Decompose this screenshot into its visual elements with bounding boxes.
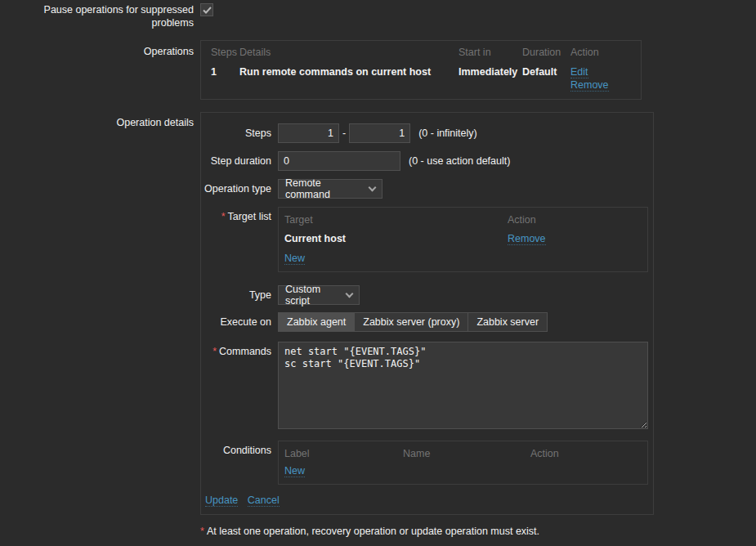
operation-type-label: Operation type — [201, 179, 278, 195]
operation-actions: Edit Remove — [570, 65, 631, 92]
col-details: Details — [239, 46, 459, 59]
operation-details-panel: Steps - (0 - infinitely) Step duration (… — [200, 112, 654, 515]
col-steps: Steps — [211, 46, 239, 59]
col-action: Action — [570, 46, 631, 59]
execute-on-row: Execute on Zabbix agent Zabbix server (p… — [201, 312, 653, 332]
type-row: Type Custom script — [201, 285, 653, 305]
required-asterisk: * — [212, 346, 217, 357]
target-list-header: Target Action — [279, 213, 647, 226]
panel-footer-links: Update Cancel — [205, 495, 653, 506]
col-target-action: Action — [508, 213, 642, 226]
execute-on-zabbix-server-proxy[interactable]: Zabbix server (proxy) — [355, 313, 468, 331]
operation-details-text: Run remote commands on current host — [239, 65, 459, 92]
col-name: Name — [403, 447, 530, 460]
col-target: Target — [284, 213, 508, 226]
execute-on-zabbix-agent[interactable]: Zabbix agent — [279, 313, 355, 331]
commands-label: *Commands — [201, 342, 278, 358]
operation-duration: Default — [522, 65, 570, 92]
conditions-header: Label Name Action — [279, 447, 647, 460]
col-label: Label — [284, 447, 403, 460]
conditions-row: Conditions Label Name Action New — [201, 441, 653, 485]
cancel-operation-link[interactable]: Cancel — [248, 495, 280, 507]
steps-to-input[interactable] — [349, 123, 410, 143]
operation-details-label: Operation details — [8, 112, 200, 129]
operation-type-select[interactable]: Remote command — [278, 179, 382, 199]
required-note-text: At least one operation, recovery operati… — [207, 526, 539, 537]
remove-operation-link[interactable]: Remove — [570, 79, 609, 92]
chevron-down-icon — [346, 289, 354, 298]
type-label: Type — [201, 285, 278, 302]
chevron-down-icon — [369, 183, 377, 191]
execute-on-label: Execute on — [201, 312, 278, 329]
target-row: Current host Remove — [279, 232, 647, 245]
conditions-table: Label Name Action New — [278, 441, 648, 485]
operations-table: Steps Details Start in Duration Action 1… — [200, 40, 642, 100]
step-duration-label: Step duration — [201, 151, 278, 168]
new-condition-link[interactable]: New — [284, 465, 305, 477]
commands-textarea[interactable]: net start "{EVENT.TAGS}" sc start "{EVEN… — [278, 342, 648, 429]
new-target-link[interactable]: New — [284, 253, 305, 265]
step-duration-input[interactable] — [278, 151, 400, 171]
operation-step-number: 1 — [211, 65, 239, 92]
steps-label: Steps — [201, 123, 278, 140]
target-name: Current host — [284, 232, 508, 245]
execute-on-segmented-control: Zabbix agent Zabbix server (proxy) Zabbi… — [278, 312, 548, 332]
col-duration: Duration — [522, 46, 570, 59]
required-asterisk: * — [200, 526, 204, 537]
edit-operation-link[interactable]: Edit — [570, 66, 588, 78]
conditions-label: Conditions — [201, 441, 278, 457]
steps-row: Steps - (0 - infinitely) — [201, 123, 653, 143]
operations-table-header: Steps Details Start in Duration Action — [201, 46, 641, 59]
update-operation-link[interactable]: Update — [205, 495, 238, 507]
operation-type-value: Remote command — [285, 177, 363, 200]
step-duration-hint: (0 - use action default) — [409, 151, 510, 167]
col-condition-action: Action — [530, 447, 642, 460]
operation-row: 1 Run remote commands on current host Im… — [201, 65, 641, 92]
target-list-row: *Target list Target Action Current host … — [201, 207, 653, 272]
steps-hint: (0 - infinitely) — [418, 123, 477, 139]
remove-target-link[interactable]: Remove — [508, 233, 546, 245]
operation-start-in: Immediately — [459, 65, 522, 92]
operations-label: Operations — [8, 40, 200, 58]
step-duration-row: Step duration (0 - use action default) — [201, 151, 653, 171]
checkmark-icon — [203, 7, 212, 14]
pause-suppressed-checkbox[interactable] — [200, 3, 213, 16]
execute-on-zabbix-server[interactable]: Zabbix server — [468, 313, 547, 331]
steps-from-input[interactable] — [278, 123, 339, 143]
operation-details-row: Operation details Steps - (0 - infinitel… — [8, 112, 756, 515]
required-asterisk: * — [221, 211, 226, 222]
type-select[interactable]: Custom script — [278, 285, 360, 305]
pause-row: Pause operations for suppressed problems — [8, 3, 756, 29]
required-footnote: *At least one operation, recovery operat… — [200, 525, 756, 538]
target-list-label: *Target list — [201, 207, 278, 223]
col-start-in: Start in — [459, 46, 522, 59]
steps-range-separator: - — [339, 123, 349, 139]
action-operation-form: Pause operations for suppressed problems… — [0, 0, 756, 546]
commands-row: *Commands net start "{EVENT.TAGS}" sc st… — [201, 342, 653, 429]
pause-suppressed-label: Pause operations for suppressed problems — [8, 3, 200, 29]
operations-row: Operations Steps Details Start in Durati… — [8, 40, 756, 100]
type-value: Custom script — [285, 284, 340, 307]
operation-type-row: Operation type Remote command — [201, 179, 653, 199]
target-list-table: Target Action Current host Remove New — [278, 207, 648, 272]
